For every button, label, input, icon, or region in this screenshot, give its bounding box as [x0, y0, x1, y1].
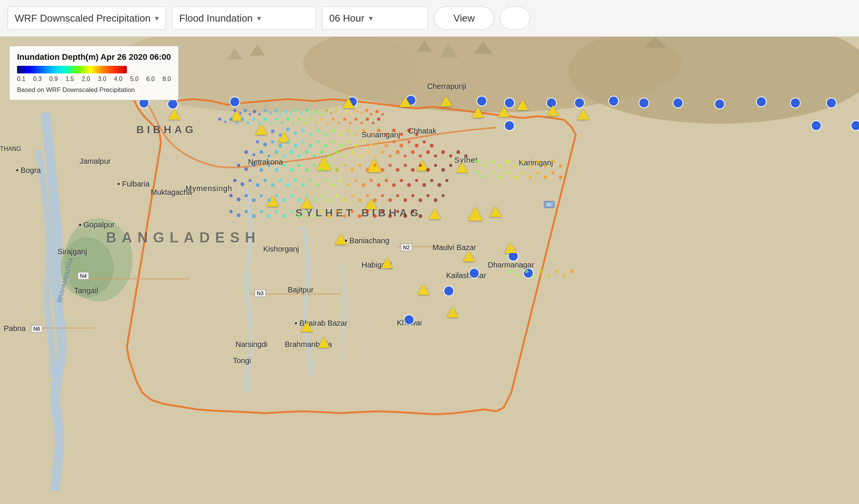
map-svg — [0, 37, 859, 504]
flood-marker-16[interactable] — [456, 162, 468, 173]
legend-val-9: 8.0 — [162, 76, 171, 82]
station-marker-12[interactable] — [673, 98, 683, 108]
flood-marker-26[interactable] — [504, 243, 517, 253]
flood-marker-17[interactable] — [267, 196, 279, 207]
flood-marker-22[interactable] — [489, 206, 501, 217]
station-marker-2[interactable] — [167, 99, 178, 109]
legend-val-0: 0.1 — [17, 76, 25, 82]
flood-marker-23[interactable] — [335, 234, 347, 244]
station-marker-17[interactable] — [851, 120, 859, 131]
flood-inundation-dropdown-label: Flood Inundation — [179, 12, 253, 24]
precipitation-dropdown-arrow: ▾ — [155, 14, 159, 23]
hour-dropdown-arrow: ▾ — [369, 14, 373, 23]
station-marker-21[interactable] — [523, 268, 534, 278]
road-sign-n6: N6 — [31, 325, 42, 333]
flood-inundation-dropdown-arrow: ▾ — [257, 14, 261, 23]
legend-val-3: 1.5 — [66, 76, 74, 82]
hour-dropdown[interactable]: 06 Hour ▾ — [322, 6, 428, 30]
flood-marker-30[interactable] — [447, 307, 459, 317]
legend-title: Inundation Depth(m) Apr 26 2020 06:00 — [17, 52, 171, 62]
flood-marker-14[interactable] — [367, 159, 382, 172]
station-marker-15[interactable] — [790, 98, 801, 108]
legend-val-6: 4.0 — [114, 76, 122, 82]
flood-marker-29[interactable] — [417, 284, 430, 295]
flood-marker-7[interactable] — [440, 96, 452, 106]
station-marker-23[interactable] — [444, 286, 454, 296]
station-marker-16[interactable] — [826, 98, 837, 108]
road-sign-n3: N3 — [255, 289, 266, 297]
flood-marker-15[interactable] — [416, 160, 428, 171]
flood-marker-12[interactable] — [577, 109, 589, 120]
flood-marker-20[interactable] — [429, 208, 441, 219]
toolbar: WRF Downscaled Precipitation ▾ Flood Inu… — [0, 0, 859, 37]
flood-marker-18[interactable] — [301, 198, 313, 208]
flood-marker-3[interactable] — [255, 124, 267, 135]
precipitation-dropdown-label: WRF Downscaled Precipitation — [15, 12, 150, 24]
flood-marker-1[interactable] — [168, 109, 180, 120]
legend-val-7: 5.0 — [130, 76, 139, 82]
station-marker-13[interactable] — [714, 99, 725, 109]
flood-marker-21[interactable] — [468, 207, 483, 221]
legend-labels: 0.1 0.3 0.9 1.5 2.0 3.0 4.0 5.0 6.0 8.0 — [17, 76, 171, 82]
station-marker-22[interactable] — [469, 268, 479, 278]
flood-marker-8[interactable] — [472, 107, 484, 118]
station-marker-19[interactable] — [504, 120, 515, 131]
station-marker-18[interactable] — [811, 120, 822, 131]
flood-marker-28[interactable] — [318, 337, 330, 348]
view-button[interactable]: View — [434, 6, 494, 30]
hour-dropdown-label: 06 Hour — [329, 12, 364, 24]
road-sign-n4: N4 — [78, 272, 89, 280]
flood-marker-25[interactable] — [463, 251, 475, 261]
station-marker-6[interactable] — [476, 96, 487, 106]
station-marker-9[interactable] — [574, 98, 585, 108]
svg-point-5 — [61, 237, 114, 298]
flood-inundation-dropdown[interactable]: Flood Inundation ▾ — [172, 6, 316, 30]
flood-marker-2[interactable] — [231, 110, 243, 121]
legend-val-5: 3.0 — [98, 76, 106, 82]
flood-marker-19[interactable] — [365, 199, 377, 209]
road-sign-n2: N2 — [401, 244, 412, 251]
legend-box: Inundation Depth(m) Apr 26 2020 06:00 0.… — [9, 46, 179, 100]
flood-marker-6[interactable] — [399, 96, 411, 107]
flood-marker-9[interactable] — [498, 106, 510, 117]
flood-marker-10[interactable] — [517, 100, 529, 110]
map-container: Inundation Depth(m) Apr 26 2020 06:00 0.… — [0, 37, 859, 504]
legend-subtitle: Based on WRF Downscaled Precipitation — [17, 86, 171, 94]
flood-marker-11[interactable] — [547, 105, 559, 116]
precipitation-dropdown[interactable]: WRF Downscaled Precipitation ▾ — [8, 6, 166, 30]
station-marker-10[interactable] — [608, 96, 619, 106]
flood-marker-27[interactable] — [301, 321, 313, 332]
legend-val-4: 2.0 — [82, 76, 90, 82]
flood-marker-24[interactable] — [381, 258, 393, 268]
station-marker-24[interactable] — [404, 314, 414, 325]
road-sign-4k: 4K — [544, 201, 554, 208]
legend-val-2: 0.9 — [49, 76, 58, 82]
legend-colorbar — [17, 66, 127, 73]
flood-marker-5[interactable] — [342, 98, 355, 108]
station-marker-14[interactable] — [756, 96, 767, 107]
legend-val-1: 0.3 — [33, 76, 42, 82]
station-marker-3[interactable] — [230, 96, 240, 107]
legend-val-8: 6.0 — [146, 76, 155, 82]
extra-button[interactable] — [500, 6, 530, 30]
flood-marker-13[interactable] — [316, 157, 331, 170]
station-marker-11[interactable] — [639, 98, 649, 108]
flood-marker-4[interactable] — [278, 132, 290, 142]
